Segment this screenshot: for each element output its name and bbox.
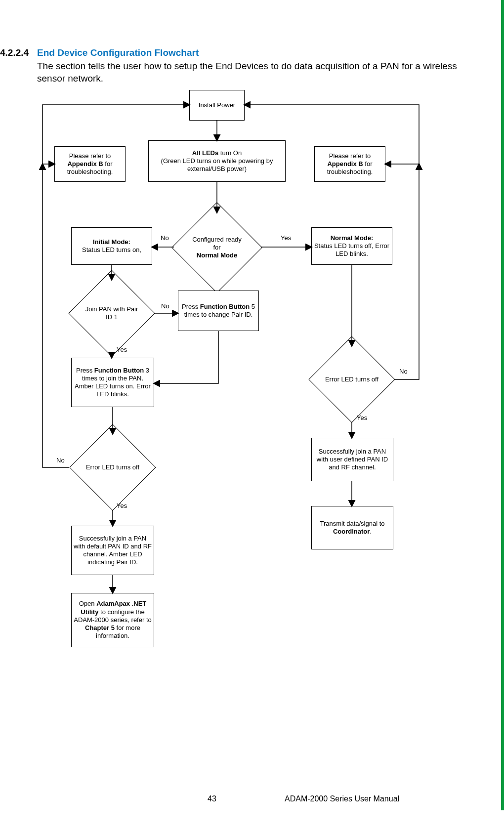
node-press-5: Press Function Button 5 times to change … [178,291,259,331]
label-yes-2: Yes [117,346,127,353]
node-success-right: Successfully join a PAN with user define… [311,438,393,481]
flowchart-arrows [0,0,504,836]
node-transmit: Transmit data/signal to Coordinator. [311,506,393,549]
transmit-bold: Coordinator [333,528,370,535]
open-pre: Open [79,600,96,607]
cfg-line1: Configured ready for [192,236,242,251]
press5-bold: Function Button [200,303,250,310]
succ-right-label: Successfully join a PAN with user define… [314,448,391,472]
transmit-post: . [370,528,372,535]
label-no-1: No [161,234,169,242]
initial-bold: Initial Mode: [93,238,130,246]
label-yes-3: Yes [117,502,127,509]
node-install-power: Install Power [189,90,245,121]
normal-line2: Status LED turns off, Error LED blinks. [314,242,389,257]
node-success-left: Successfully join a PAN with default PAN… [71,526,154,575]
intro-text: The section tells the user how to setup … [37,60,462,84]
node-error-right-decision: Error LED turns off [321,349,382,410]
page: 4.2.2.4 End Device Configuration Flowcha… [0,0,504,836]
refer-left-bold: Appendix B [67,160,103,167]
footer-title: ADAM-2000 Series User Manual [285,794,399,803]
refer-right-bold: Appendix B [327,160,363,167]
footer-page-number: 43 [208,794,216,803]
label-no-2: No [161,302,169,310]
transmit-pre: Transmit data/signal to [320,520,384,527]
refer-left-pre: Please refer to [69,152,111,160]
node-refer-right: Please refer to Appendix B for troublesh… [314,146,385,182]
install-power-label: Install Power [199,101,235,109]
node-join-pan-decision: Join PAN with Pair ID 1 [81,283,142,344]
initial-line2: Status LED turns on, [82,246,141,253]
node-normal-mode: Normal Mode:Status LED turns off, Error … [311,227,392,265]
join-pan-label: Join PAN with Pair ID 1 [84,305,139,322]
press3-pre: Press [76,367,94,374]
leds-line2: (Green LED turns on while powering by ex… [161,157,273,172]
succ-left-label: Successfully join a PAN with default PAN… [74,535,152,567]
cfg-bold: Normal Mode [197,251,237,259]
leds-rest: turn On [218,149,242,157]
label-no-3: No [56,457,65,464]
node-configured-decision: Configured ready forNormal Mode [185,215,249,280]
section-number: 4.2.2.4 [0,47,29,58]
refer-right-pre: Please refer to [329,152,371,160]
label-yes4: Yes [357,414,367,421]
press5-pre: Press [182,303,200,310]
normal-bold: Normal Mode: [331,234,374,242]
node-initial-mode: Initial Mode:Status LED turns on, [71,227,152,265]
press3-bold: Function Button [94,367,144,374]
section-title: End Device Configuration Flowchart [37,47,199,58]
node-error-left-decision: Error LED turns off [82,437,143,498]
label-yes-1: Yes [281,234,291,242]
node-open-utility: Open AdamApax .NET Utility to configure … [71,593,154,647]
label-no-4: No [399,368,408,375]
node-refer-left: Please refer to Appendix B for troublesh… [54,146,126,182]
leds-bold: All LEDs [192,149,218,157]
node-press-3: Press Function Button 3 times to join th… [71,358,154,407]
side-accent [501,0,504,810]
open-bold2: Chapter 5 [85,624,115,631]
err-left-label: Error LED turns off [86,463,139,471]
err-right-label: Error LED turns off [325,376,378,383]
node-leds: All LEDs turn On (Green LED turns on whi… [148,140,286,182]
